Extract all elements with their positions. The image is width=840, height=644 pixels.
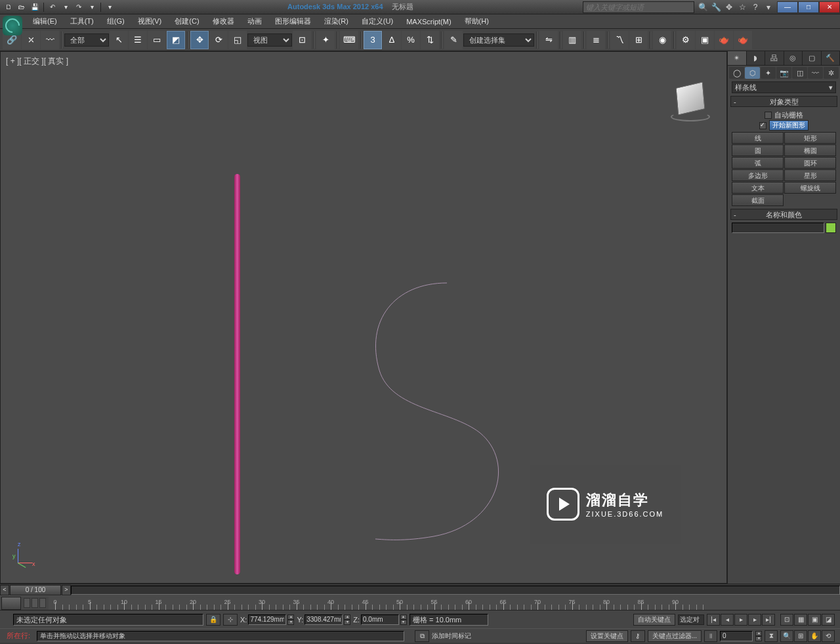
curve-editor-icon[interactable]: 〽: [610, 31, 629, 49]
object-name-input[interactable]: [732, 223, 824, 233]
qat-new-icon[interactable]: 🗋: [3, 2, 14, 12]
mirror-icon[interactable]: ⇋: [539, 31, 558, 49]
scale-icon[interactable]: ◱: [228, 31, 247, 49]
edit-named-sel-icon[interactable]: ✎: [444, 31, 463, 49]
schematic-view-icon[interactable]: ⊞: [629, 31, 648, 49]
shape-line-button[interactable]: 线: [732, 132, 784, 144]
move-icon[interactable]: ✥: [190, 31, 209, 49]
subtab-geometry[interactable]: ◯: [729, 67, 744, 79]
key-mode-icon[interactable]: ⚷: [631, 630, 645, 642]
unlink-icon[interactable]: ⤫: [22, 31, 40, 49]
z-coord-input[interactable]: [361, 614, 399, 625]
current-frame-input[interactable]: [720, 631, 753, 641]
viewcube[interactable]: [674, 85, 707, 118]
shape-star-button[interactable]: 星形: [784, 169, 836, 181]
play-icon[interactable]: ▸: [734, 614, 747, 626]
subtab-systems[interactable]: ✲: [824, 67, 839, 79]
qat-open-icon[interactable]: 🗁: [16, 2, 28, 12]
adaptive-icon[interactable]: ▦: [794, 614, 807, 626]
qat-save-icon[interactable]: 💾: [29, 2, 41, 12]
menu-create[interactable]: 创建(C): [168, 14, 205, 28]
select-icon[interactable]: ↖: [110, 31, 128, 49]
rotate-icon[interactable]: ⟳: [209, 31, 228, 49]
goto-start-icon[interactable]: |◂: [707, 614, 720, 626]
qat-redo-drop-icon[interactable]: ▾: [86, 2, 98, 12]
startnew-checkbox[interactable]: [759, 122, 766, 129]
y-spinner[interactable]: ▴▾: [344, 614, 350, 625]
menu-edit[interactable]: 编辑(E): [26, 14, 64, 28]
shape-rectangle-button[interactable]: 矩形: [784, 132, 836, 144]
shape-ngon-button[interactable]: 多边形: [732, 169, 784, 181]
autogrid-checkbox[interactable]: [765, 112, 772, 119]
x-coord-input[interactable]: [248, 614, 286, 625]
tab-modify[interactable]: ◗: [747, 51, 766, 65]
render-iterative-icon[interactable]: 🫖: [734, 31, 752, 49]
menu-maxscript[interactable]: MAXScript(M): [400, 14, 457, 28]
goto-end-icon[interactable]: ▸|: [762, 614, 775, 626]
z-spinner[interactable]: ▴▾: [400, 614, 407, 625]
viewport[interactable]: [ + ][ 正交 ][ 真实 ] zxy 溜溜自学ZIXUE.3D66.COM: [0, 51, 727, 584]
next-frame-icon[interactable]: ▸: [748, 614, 761, 626]
viewport-label[interactable]: [ + ][ 正交 ][ 真实 ]: [6, 56, 68, 67]
rollout-name-color[interactable]: -名称和颜色: [730, 209, 837, 220]
set-key-button[interactable]: 设置关键点: [586, 630, 628, 642]
subtab-spacewarps[interactable]: 〰: [808, 67, 823, 79]
render-production-icon[interactable]: 🫖: [715, 31, 733, 49]
menu-rendering[interactable]: 渲染(R): [318, 14, 355, 28]
favorite-icon[interactable]: ☆: [736, 1, 748, 13]
bind-spacewarp-icon[interactable]: 〰: [41, 31, 59, 49]
menu-grapheditors[interactable]: 图形编辑器: [268, 14, 318, 28]
layers-icon[interactable]: ≣: [587, 31, 605, 49]
auto-key-button[interactable]: 自动关键点: [633, 614, 675, 626]
close-button[interactable]: ✕: [819, 1, 840, 13]
tab-hierarchy[interactable]: 品: [765, 51, 784, 65]
scene-object-spline[interactable]: [371, 282, 503, 544]
tab-motion[interactable]: ◎: [784, 51, 803, 65]
key-step-icon[interactable]: ⦀: [704, 630, 717, 642]
named-selection-combo[interactable]: 创建选择集: [463, 33, 534, 47]
subtab-helpers[interactable]: ◫: [792, 67, 807, 79]
help-icon[interactable]: ?: [749, 1, 761, 13]
percent-snap-icon[interactable]: %: [402, 31, 420, 49]
material-editor-icon[interactable]: ◉: [653, 31, 671, 49]
qat-undo-icon[interactable]: ↶: [47, 2, 58, 12]
lock-selection-icon[interactable]: 🔒: [206, 614, 220, 626]
isolate-icon[interactable]: ⊡: [780, 614, 793, 626]
help-search-input[interactable]: [583, 1, 694, 13]
y-coord-input[interactable]: [304, 614, 343, 625]
select-by-name-icon[interactable]: ☰: [129, 31, 147, 49]
x-spinner[interactable]: ▴▾: [287, 614, 294, 625]
menu-group[interactable]: 组(G): [100, 14, 131, 28]
timeslider-handle[interactable]: 0 / 100: [10, 585, 61, 595]
search-icon[interactable]: 🔍: [697, 1, 709, 13]
qat-more-icon[interactable]: ▾: [104, 2, 116, 12]
startnew-button[interactable]: 开始新图形: [769, 120, 808, 131]
shape-category-combo[interactable]: 样条线▾: [732, 81, 836, 93]
shape-section-button[interactable]: 截面: [732, 194, 784, 206]
selection-filter-combo[interactable]: 全部: [64, 33, 109, 47]
manipulate-icon[interactable]: ✦: [316, 31, 335, 49]
shape-text-button[interactable]: 文本: [732, 182, 784, 194]
menu-help[interactable]: 帮助(H): [458, 14, 495, 28]
timeslider-prev[interactable]: <: [0, 585, 9, 595]
menu-tools[interactable]: 工具(T): [64, 14, 100, 28]
align-icon[interactable]: ▥: [563, 31, 581, 49]
subtab-lights[interactable]: ✦: [761, 67, 776, 79]
menu-views[interactable]: 视图(V): [131, 14, 169, 28]
render-setup-icon[interactable]: ⚙: [677, 31, 695, 49]
help-drop-icon[interactable]: ▾: [763, 1, 774, 13]
zoom-icon[interactable]: 🔍: [780, 630, 793, 642]
add-time-tag-label[interactable]: 添加时间标记: [432, 632, 471, 641]
rollout-object-type[interactable]: -对象类型: [730, 96, 837, 107]
shape-arc-button[interactable]: 弧: [732, 157, 784, 169]
menu-customize[interactable]: 自定义(U): [355, 14, 400, 28]
qat-redo-icon[interactable]: ↷: [73, 2, 85, 12]
qat-undo-drop-icon[interactable]: ▾: [60, 2, 72, 12]
prev-frame-icon[interactable]: ◂: [721, 614, 734, 626]
keymode-combo[interactable]: [678, 614, 704, 625]
app-menu-icon[interactable]: [3, 16, 22, 35]
tools-icon[interactable]: 🔧: [710, 1, 722, 13]
menu-animation[interactable]: 动画: [241, 14, 268, 28]
window-crossing-icon[interactable]: ◩: [167, 31, 185, 49]
ref-coord-combo[interactable]: 视图: [247, 33, 292, 47]
